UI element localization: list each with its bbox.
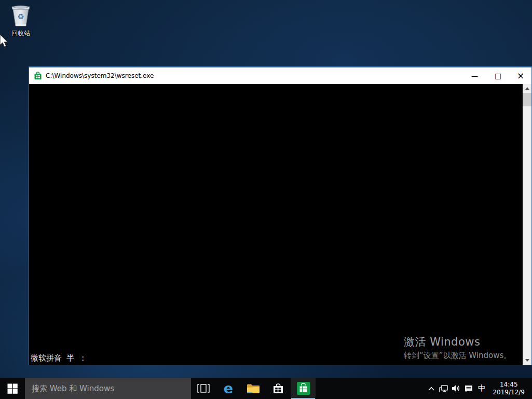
- recycle-bin-icon[interactable]: ♻: [10, 4, 31, 28]
- taskbar-clock[interactable]: 14:45 2019/12/9: [490, 381, 528, 396]
- recycle-bin-desktop-icon[interactable]: ♻ 回收站: [4, 4, 37, 38]
- volume-icon[interactable]: [452, 378, 460, 399]
- store-active-icon: [296, 381, 310, 395]
- window-controls: — □ ×: [463, 67, 531, 84]
- system-tray: 中 14:45 2019/12/9: [427, 378, 532, 399]
- clock-date: 2019/12/9: [493, 389, 525, 396]
- ime-status-line: 微软拼音 半 ：: [31, 353, 87, 363]
- window-titlebar[interactable]: C:\Windows\system32\wsreset.exe — □ ×: [29, 67, 531, 84]
- edge-icon: e: [224, 381, 233, 395]
- window-title: C:\Windows\system32\wsreset.exe: [46, 72, 154, 79]
- network-icon[interactable]: [439, 378, 448, 399]
- task-view-icon: [197, 384, 210, 393]
- task-view-button[interactable]: [191, 378, 216, 399]
- watermark-title: 激活 Windows: [404, 335, 511, 349]
- ime-language-indicator[interactable]: 中: [476, 383, 487, 393]
- wsreset-console-window: C:\Windows\system32\wsreset.exe — □ × 微软…: [29, 66, 532, 365]
- file-explorer-button[interactable]: [241, 378, 266, 399]
- activate-windows-watermark: 激活 Windows 转到“设置”以激活 Windows。: [404, 335, 511, 361]
- start-button[interactable]: [0, 378, 25, 399]
- mouse-cursor: [0, 34, 10, 51]
- console-scrollbar[interactable]: [523, 84, 531, 365]
- scroll-up-icon[interactable]: [523, 84, 531, 93]
- console-output-area: 微软拼音 半 ： 激活 Windows 转到“设置”以激活 Windows。: [29, 84, 531, 365]
- file-explorer-icon: [247, 383, 260, 394]
- store-icon: [272, 383, 284, 394]
- scroll-down-icon[interactable]: [523, 356, 531, 365]
- action-center-icon[interactable]: [464, 378, 473, 399]
- watermark-subtitle: 转到“设置”以激活 Windows。: [404, 351, 511, 361]
- store-app-icon: [34, 72, 42, 80]
- minimize-button[interactable]: —: [463, 67, 486, 84]
- scrollbar-thumb[interactable]: [523, 93, 531, 106]
- store-button[interactable]: [266, 378, 291, 399]
- clock-time: 14:45: [493, 381, 525, 389]
- hidden-icons-chevron-icon[interactable]: [427, 378, 435, 399]
- svg-text:♻: ♻: [17, 12, 24, 21]
- store-active-app-button[interactable]: [291, 378, 316, 399]
- maximize-button[interactable]: □: [486, 67, 510, 84]
- search-input[interactable]: [32, 384, 191, 393]
- windows-logo-icon: [7, 383, 18, 394]
- taskbar-search-box[interactable]: [25, 378, 191, 399]
- edge-browser-button[interactable]: e: [216, 378, 241, 399]
- close-button[interactable]: ×: [510, 67, 531, 84]
- taskbar: e: [0, 378, 532, 399]
